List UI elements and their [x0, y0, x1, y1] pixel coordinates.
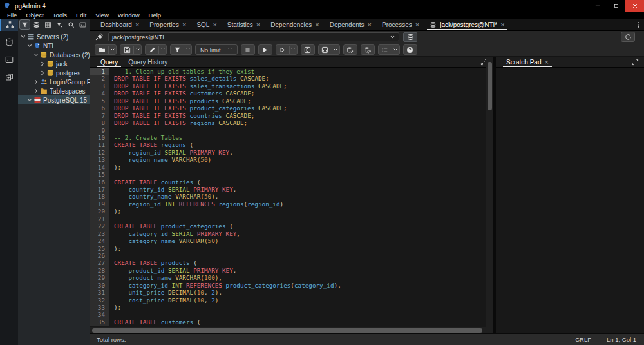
rollback-button[interactable] — [361, 44, 375, 55]
tab-processes[interactable]: Processes× — [377, 19, 424, 30]
close-icon[interactable]: × — [213, 21, 216, 28]
chevron-down-icon[interactable] — [332, 46, 339, 54]
object-explorer-panel: Servers (2)NTIDatabases (2)jackpostgresL… — [18, 19, 90, 345]
tab-scratch-pad[interactable]: Scratch Pad × — [501, 57, 554, 67]
close-icon[interactable]: × — [135, 21, 139, 28]
chevron-right-icon[interactable] — [33, 88, 39, 94]
row-limit-select[interactable]: No limit — [195, 44, 238, 55]
execute-button[interactable] — [258, 44, 272, 55]
connection-select[interactable]: jack/postgres@NTI — [108, 32, 399, 41]
help-button[interactable] — [403, 44, 417, 55]
close-icon[interactable]: × — [368, 21, 372, 28]
sql-editor[interactable]: 1-- 1. Clean up old tables if they exist… — [90, 68, 493, 327]
code-text: ); — [109, 245, 121, 252]
close-icon[interactable]: × — [315, 21, 319, 28]
commit-button[interactable] — [343, 44, 357, 55]
new-window-icon[interactable] — [0, 71, 18, 83]
tree-item-jack[interactable]: jack — [18, 59, 90, 68]
close-button[interactable] — [625, 0, 644, 12]
chevron-down-icon[interactable] — [133, 46, 141, 54]
object-explorer-icon[interactable] — [0, 19, 18, 31]
edit-button[interactable] — [145, 44, 167, 55]
menu-item-file[interactable]: File — [3, 12, 21, 19]
code-text: DROP TABLE IF EXISTS product_categories … — [109, 104, 287, 112]
menu-item-help[interactable]: Help — [144, 12, 166, 19]
new-connection-button[interactable] — [403, 32, 417, 42]
code-text: -- 1. Clean up old tables if they exist — [109, 68, 254, 75]
tab-label: SQL — [196, 21, 209, 28]
funnel-off-icon[interactable] — [55, 20, 64, 29]
chevron-down-icon — [227, 47, 232, 52]
close-icon[interactable]: × — [182, 21, 186, 28]
line-number: 25 — [90, 245, 109, 252]
query-history-button[interactable] — [621, 32, 635, 42]
close-icon[interactable]: × — [415, 21, 419, 28]
chevron-down-icon[interactable] — [26, 43, 33, 49]
menu-item-object[interactable]: Object — [21, 12, 48, 19]
tab-query[interactable]: Query — [95, 57, 123, 67]
tab-bar-menu-button[interactable] — [632, 19, 644, 30]
tab-properties[interactable]: Properties× — [144, 19, 191, 30]
tab-sql[interactable]: SQL× — [191, 19, 222, 30]
save-button[interactable] — [120, 44, 142, 55]
chevron-down-icon[interactable] — [289, 46, 297, 54]
chevron-down-icon[interactable] — [33, 52, 39, 58]
databases-icon[interactable] — [32, 20, 41, 29]
tree-item-postgres[interactable]: postgres — [18, 68, 90, 77]
macros-button[interactable] — [378, 44, 400, 55]
line-number: 16 — [90, 179, 109, 186]
filter-button[interactable] — [170, 44, 192, 55]
chevron-right-icon[interactable] — [39, 70, 46, 76]
query-tool-icon[interactable] — [0, 36, 18, 48]
expand-icon[interactable] — [632, 59, 639, 66]
chevron-down-icon[interactable] — [184, 46, 191, 54]
chevron-down-icon[interactable] — [26, 97, 33, 103]
close-icon[interactable]: × — [500, 21, 504, 28]
psql-tool-icon[interactable] — [0, 54, 18, 66]
search-icon[interactable] — [66, 20, 76, 29]
code-text: DROP TABLE IF EXISTS regions CASCADE; — [109, 119, 247, 126]
open-file-button[interactable] — [95, 44, 117, 55]
chevron-down-icon[interactable] — [392, 46, 399, 54]
menu-item-view[interactable]: View — [91, 12, 113, 19]
table-icon[interactable] — [43, 20, 53, 29]
chevron-down-icon[interactable] — [108, 46, 116, 54]
execute-options-icon — [276, 46, 289, 54]
chevron-right-icon[interactable] — [39, 61, 46, 67]
tab-dashboard[interactable]: Dashboard× — [95, 19, 144, 30]
tree-item-login-group-roles[interactable]: Login/Group Roles — [18, 77, 90, 86]
main-tab-bar: Dashboard×Properties×SQL×Statistics×Depe… — [90, 19, 644, 31]
chevron-right-icon[interactable] — [33, 79, 39, 85]
funnel-icon[interactable] — [20, 20, 30, 29]
tree-item-servers-2-[interactable]: Servers (2) — [18, 32, 90, 41]
menu-item-tools[interactable]: Tools — [48, 12, 71, 19]
execute-script-button[interactable] — [276, 44, 298, 55]
menu-item-window[interactable]: Window — [113, 12, 144, 19]
tree-item-tablespaces[interactable]: Tablespaces — [18, 86, 90, 95]
editor-vertical-scroll-thumb[interactable] — [488, 62, 492, 110]
chevron-down-icon[interactable] — [20, 34, 26, 40]
tab-dependents[interactable]: Dependents× — [325, 19, 377, 30]
tree-item-postgresql-15[interactable]: PostgreSQL 15 — [18, 95, 90, 104]
maximize-button[interactable] — [607, 0, 625, 12]
connection-value: jack/postgres@NTI — [112, 34, 164, 41]
tab-statistics[interactable]: Statistics× — [222, 19, 265, 30]
explain-analyze-button[interactable] — [318, 44, 340, 55]
tab-jack-postgres-nti-[interactable]: jack/postgres@NTI*× — [424, 19, 510, 30]
minimize-button[interactable] — [588, 0, 607, 12]
tab-query-history[interactable]: Query History — [123, 57, 173, 67]
tab-dependencies[interactable]: Dependencies× — [265, 19, 324, 30]
tab-label: Query History — [128, 59, 167, 66]
status-bar-right: CRLF Ln 1, Col 1 — [567, 336, 644, 343]
editor-horizontal-scroll-thumb[interactable] — [92, 328, 482, 333]
menu-item-edit[interactable]: Edit — [71, 12, 91, 19]
terminal-icon[interactable] — [78, 20, 88, 29]
tree-item-nti[interactable]: NTI — [18, 41, 90, 50]
close-icon[interactable]: × — [256, 21, 260, 28]
tree-item-databases-2-[interactable]: Databases (2) — [18, 50, 90, 59]
code-text: region_id SERIAL PRIMARY KEY, — [109, 149, 233, 156]
explain-button[interactable] — [301, 44, 315, 55]
chevron-down-icon[interactable] — [158, 46, 166, 54]
close-icon[interactable]: × — [544, 58, 548, 66]
stop-button[interactable] — [241, 44, 255, 55]
